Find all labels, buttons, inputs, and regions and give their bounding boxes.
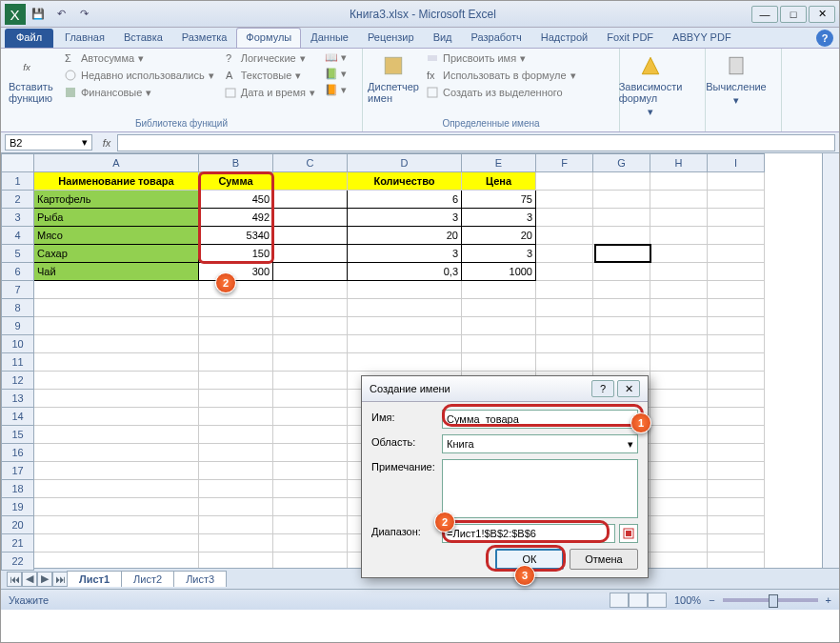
col-header-F[interactable]: F (536, 153, 593, 172)
cell[interactable] (273, 408, 348, 426)
comment-textarea[interactable] (442, 459, 638, 518)
cell[interactable] (536, 227, 593, 245)
row-header-13[interactable]: 13 (1, 390, 34, 408)
tab-layout[interactable]: Разметка (172, 28, 237, 48)
cell[interactable]: 300 (199, 263, 273, 281)
cell[interactable] (462, 317, 536, 335)
cell[interactable] (199, 462, 273, 480)
name-box[interactable]: B2▾ (5, 134, 92, 151)
cell[interactable] (348, 335, 462, 353)
cell[interactable] (650, 353, 708, 372)
cell[interactable] (273, 353, 348, 372)
cell[interactable] (536, 353, 593, 372)
cell[interactable] (34, 335, 199, 353)
chevron-down-icon[interactable]: ▾ (628, 438, 633, 451)
cell[interactable] (708, 353, 765, 372)
col-header-C[interactable]: C (273, 153, 348, 172)
cell[interactable] (273, 281, 348, 299)
cell[interactable] (34, 462, 199, 480)
cell[interactable]: 75 (462, 191, 536, 209)
cell[interactable] (708, 372, 765, 390)
row-header-5[interactable]: 5 (1, 245, 34, 263)
cell[interactable] (708, 516, 765, 534)
cell[interactable] (462, 299, 536, 317)
row-header-3[interactable]: 3 (1, 209, 34, 227)
page-layout-view-button[interactable] (629, 593, 648, 608)
cell[interactable] (273, 498, 348, 516)
row-header-10[interactable]: 10 (1, 335, 34, 353)
cell[interactable]: 3 (462, 209, 536, 227)
formula-bar[interactable] (117, 134, 835, 151)
row-header-14[interactable]: 14 (1, 408, 34, 426)
cell[interactable] (199, 426, 273, 444)
cell[interactable]: 20 (348, 227, 462, 245)
sheet-tab-2[interactable]: Лист2 (121, 571, 174, 587)
cell[interactable]: Наименование товара (34, 172, 199, 191)
row-header-1[interactable]: 1 (1, 172, 34, 191)
cell[interactable] (273, 516, 348, 534)
cell[interactable] (273, 426, 348, 444)
cell[interactable] (650, 480, 708, 498)
cell[interactable] (273, 227, 348, 245)
cell[interactable] (34, 281, 199, 299)
cell[interactable]: 3 (348, 245, 462, 263)
use-in-formula-button[interactable]: fxИспользовать в формуле ▾ (424, 68, 578, 83)
cell[interactable] (34, 534, 199, 553)
row-header-16[interactable]: 16 (1, 444, 34, 462)
cell[interactable] (34, 516, 199, 534)
col-header-I[interactable]: I (708, 153, 765, 172)
row-header-17[interactable]: 17 (1, 462, 34, 480)
row-header-18[interactable]: 18 (1, 480, 34, 498)
cell[interactable] (199, 335, 273, 353)
cell[interactable]: Сумма (199, 172, 273, 191)
sheet-tab-1[interactable]: Лист1 (67, 571, 122, 587)
cell[interactable] (650, 281, 708, 299)
cell[interactable]: Рыба (34, 209, 199, 227)
cell[interactable] (708, 534, 765, 553)
dialog-titlebar[interactable]: Создание имени ? ✕ (362, 376, 648, 402)
zoom-in-button[interactable]: + (826, 594, 831, 606)
insert-function-button[interactable]: fx Вставить функцию (7, 50, 56, 106)
cell[interactable] (593, 317, 650, 335)
cell[interactable] (536, 172, 593, 191)
cell[interactable]: 3 (462, 245, 536, 263)
cell[interactable] (348, 281, 462, 299)
cell[interactable] (650, 553, 708, 568)
cell[interactable]: Количество (348, 172, 462, 191)
range-input[interactable] (442, 524, 615, 543)
tab-addins[interactable]: Надстрой (531, 28, 597, 48)
cell[interactable]: 450 (199, 191, 273, 209)
cell[interactable] (273, 534, 348, 553)
tab-nav-next[interactable]: ▶ (37, 572, 52, 587)
cell[interactable] (273, 444, 348, 462)
calculation-button[interactable]: Вычисление ▾ (711, 50, 761, 109)
cell[interactable] (708, 245, 765, 263)
more-functions-icon[interactable]: 📖 ▾ (323, 50, 349, 65)
select-all-corner[interactable] (1, 153, 34, 172)
row-header-21[interactable]: 21 (1, 534, 34, 553)
cell[interactable] (650, 390, 708, 408)
row-header-9[interactable]: 9 (1, 317, 34, 335)
chevron-down-icon[interactable]: ▾ (82, 136, 88, 149)
cell[interactable] (273, 462, 348, 480)
cell[interactable] (199, 317, 273, 335)
tab-formulas[interactable]: Формулы (236, 28, 301, 48)
cell[interactable] (199, 480, 273, 498)
cell[interactable] (650, 263, 708, 281)
datetime-button[interactable]: Дата и время ▾ (222, 85, 317, 100)
cell[interactable]: 150 (199, 245, 273, 263)
define-name-button[interactable]: Присвоить имя ▾ (424, 50, 578, 66)
range-picker-icon[interactable] (619, 524, 638, 543)
cell[interactable] (273, 480, 348, 498)
fx-icon[interactable]: fx (96, 137, 117, 149)
cell[interactable] (273, 172, 348, 191)
cell[interactable] (273, 245, 348, 263)
cell[interactable] (536, 191, 593, 209)
cell[interactable] (708, 462, 765, 480)
cell[interactable] (708, 408, 765, 426)
cell[interactable] (199, 553, 273, 568)
name-manager-button[interactable]: Диспетчер имен (369, 50, 418, 106)
cell[interactable] (536, 317, 593, 335)
cell[interactable] (593, 209, 650, 227)
cell[interactable] (593, 191, 650, 209)
